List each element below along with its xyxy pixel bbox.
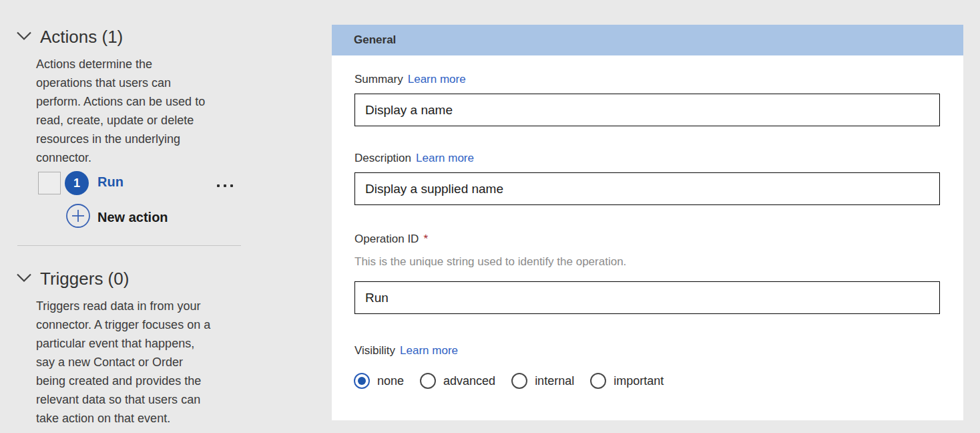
description-learn-more-link[interactable]: Learn more [416,152,474,165]
new-action-button[interactable]: New action [65,203,168,231]
action-link-run[interactable]: Run [97,174,124,190]
visibility-option-internal[interactable]: internal [511,373,574,389]
radio-icon [511,373,527,389]
sidebar-divider [17,245,241,246]
general-panel: General Summary Learn more Description L… [332,25,963,420]
visibility-label: Visibility [354,344,395,357]
description-label-row: Description Learn more [354,152,474,165]
more-options-icon[interactable] [214,182,236,190]
visibility-option-advanced[interactable]: advanced [420,373,495,389]
description-input[interactable] [354,172,940,205]
visibility-option-important[interactable]: important [590,373,664,389]
chevron-down-icon [16,273,32,285]
description-label: Description [354,152,411,165]
panel-header: General [332,25,963,55]
triggers-description: Triggers read data in from your connecto… [36,297,250,428]
actions-section-header[interactable]: Actions (1) [16,27,123,47]
summary-label: Summary [354,73,403,86]
plus-circle-icon [65,203,91,231]
visibility-label-row: Visibility Learn more [354,344,458,357]
summary-input[interactable] [354,94,940,126]
required-marker: * [423,233,428,246]
radio-icon [590,373,606,389]
operation-id-label-row: Operation ID * [354,233,428,246]
new-action-label: New action [97,210,168,225]
operation-id-label: Operation ID [354,233,419,246]
radio-icon [354,373,370,389]
action-row-run: 1 Run [0,171,314,196]
actions-section-title: Actions (1) [40,27,123,47]
visibility-option-none[interactable]: none [354,373,404,389]
radio-icon [420,373,436,389]
connector-editor-screen: Actions (1) Actions determine the operat… [0,0,980,433]
triggers-section-title: Triggers (0) [40,269,129,289]
chevron-down-icon [16,31,32,43]
action-order-badge: 1 [65,171,89,195]
summary-label-row: Summary Learn more [354,73,466,86]
actions-description: Actions determine the operations that us… [36,55,250,167]
action-checkbox[interactable] [38,172,61,194]
operations-sidebar: Actions (1) Actions determine the operat… [0,0,314,433]
visibility-radio-group: none advanced internal important [354,373,664,389]
visibility-learn-more-link[interactable]: Learn more [400,344,458,357]
triggers-section-header[interactable]: Triggers (0) [16,269,129,289]
panel-title: General [354,33,396,47]
operation-id-helper-text: This is the unique string used to identi… [354,255,626,269]
summary-learn-more-link[interactable]: Learn more [408,73,466,86]
operation-id-input[interactable] [354,281,940,314]
